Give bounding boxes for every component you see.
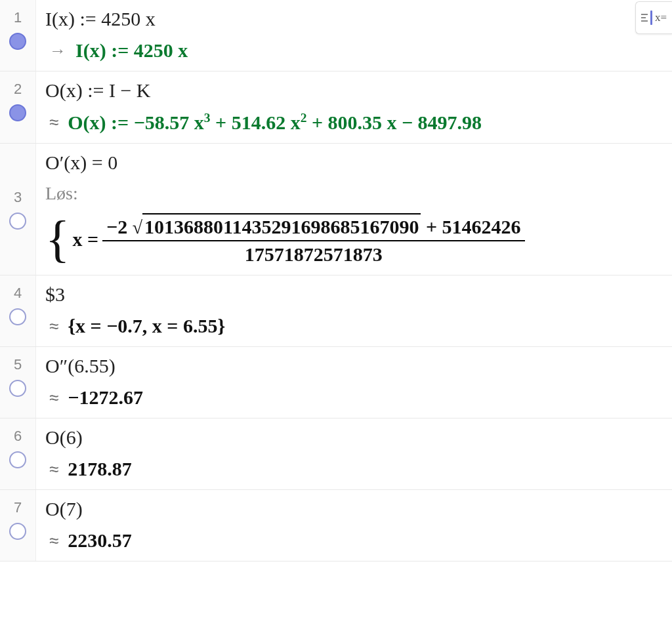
- fraction: −2 √10136880114352916986851670​90 + 5146…: [102, 213, 524, 266]
- output-line: ≈ O(x) := −58.57 x3 + 514.62 x2 + 800.35…: [45, 111, 662, 134]
- row-content[interactable]: O(6) ≈ 2178.87: [36, 419, 672, 489]
- approx-icon: ≈: [45, 531, 58, 551]
- visibility-marker[interactable]: [9, 523, 26, 540]
- input-expression[interactable]: O′(x) = 0: [45, 152, 662, 174]
- input-expression[interactable]: O(7): [45, 498, 662, 520]
- cas-row: 5 O″(6.55) ≈ −1272.67: [0, 347, 672, 419]
- cas-row: 3 O′(x) = 0 Løs: { x = −2 √1013688011435…: [0, 144, 672, 276]
- solution-lhs: x =: [72, 228, 98, 251]
- row-gutter[interactable]: 7: [0, 490, 36, 561]
- row-gutter[interactable]: 6: [0, 419, 36, 489]
- num-post: + 51462426: [421, 216, 520, 237]
- keyboard-toggle-button[interactable]: x=: [635, 1, 672, 34]
- line-number: 7: [14, 499, 22, 516]
- output-line: ≈ 2178.87: [45, 458, 662, 480]
- fraction-denominator: 17571872571873: [245, 241, 383, 266]
- sqrt: √10136880114352916986851670​90: [133, 213, 421, 238]
- row-content[interactable]: $3 ≈ {x = −0.7, x = 6.55}: [36, 276, 672, 346]
- output-line: ≈ {x = −0.7, x = 6.55}: [45, 315, 662, 337]
- output-expression: { x = −2 √10136880114352916986851670​90 …: [45, 213, 662, 266]
- visibility-marker[interactable]: [9, 380, 26, 397]
- output-expression: 2230.57: [68, 529, 132, 552]
- sqrt-body: 10136880114352916986851670​90: [142, 213, 421, 238]
- row-gutter[interactable]: 2: [0, 71, 36, 143]
- row-content[interactable]: O(x) := I − K ≈ O(x) := −58.57 x3 + 514.…: [36, 71, 672, 143]
- input-expression[interactable]: O″(6.55): [45, 355, 662, 377]
- visibility-marker[interactable]: [9, 308, 26, 325]
- line-number: 4: [14, 285, 22, 302]
- approx-icon: ≈: [45, 112, 58, 133]
- approx-icon: ≈: [45, 388, 58, 408]
- approx-icon: ≈: [45, 316, 58, 337]
- sqrt-icon: √: [133, 217, 142, 238]
- line-number: 6: [14, 428, 22, 445]
- list-icon: [641, 14, 648, 22]
- line-number: 5: [14, 356, 22, 373]
- keyboard-eq-label: x=: [655, 11, 667, 24]
- visibility-marker[interactable]: [9, 104, 26, 121]
- cas-row: 1 I(x) := 4250 x → I(x) := 4250 x: [0, 0, 672, 71]
- row-content[interactable]: O(7) ≈ 2230.57: [36, 490, 672, 561]
- line-number: 3: [14, 189, 22, 206]
- output-expression: {x = −0.7, x = 6.55}: [68, 315, 225, 337]
- input-expression[interactable]: O(x) := I − K: [45, 79, 662, 102]
- cas-row: 7 O(7) ≈ 2230.57: [0, 490, 672, 562]
- output-line: → I(x) := 4250 x: [45, 39, 662, 62]
- input-expression[interactable]: $3: [45, 283, 662, 306]
- visibility-marker[interactable]: [9, 213, 26, 230]
- visibility-marker[interactable]: [9, 451, 26, 468]
- cas-rows: 1 I(x) := 4250 x → I(x) := 4250 x 2 O(x)…: [0, 0, 672, 562]
- row-content[interactable]: I(x) := 4250 x → I(x) := 4250 x: [36, 0, 672, 71]
- line-number: 2: [14, 81, 22, 98]
- row-gutter[interactable]: 3: [0, 144, 36, 275]
- row-content[interactable]: O′(x) = 0 Løs: { x = −2 √101368801143529…: [36, 144, 672, 275]
- output-expression: I(x) := 4250 x: [75, 39, 188, 62]
- cas-row: 4 $3 ≈ {x = −0.7, x = 6.55}: [0, 276, 672, 347]
- cas-row: 2 O(x) := I − K ≈ O(x) := −58.57 x3 + 51…: [0, 71, 672, 144]
- output-expression: −1272.67: [68, 386, 143, 409]
- left-brace-icon: {: [45, 220, 70, 259]
- visibility-marker[interactable]: [9, 33, 26, 50]
- approx-icon: ≈: [45, 459, 58, 480]
- num-pre: −2: [106, 216, 133, 237]
- row-gutter[interactable]: 5: [0, 347, 36, 418]
- input-expression[interactable]: O(6): [45, 426, 662, 449]
- output-expression: O(x) := −58.57 x3 + 514.62 x2 + 800.35 x…: [68, 111, 482, 134]
- line-number: 1: [14, 9, 22, 26]
- cursor-icon: [650, 10, 652, 25]
- output-line: ≈ −1272.67: [45, 386, 662, 409]
- row-gutter[interactable]: 1: [0, 0, 36, 71]
- cas-row: 6 O(6) ≈ 2178.87: [0, 419, 672, 490]
- row-gutter[interactable]: 4: [0, 276, 36, 346]
- output-expression: 2178.87: [68, 458, 132, 480]
- fraction-numerator: −2 √10136880114352916986851670​90 + 5146…: [102, 213, 524, 241]
- arrow-icon: →: [45, 41, 66, 61]
- output-line: ≈ 2230.57: [45, 529, 662, 552]
- solve-label: Løs:: [45, 183, 662, 204]
- input-expression[interactable]: I(x) := 4250 x: [45, 8, 662, 30]
- row-content[interactable]: O″(6.55) ≈ −1272.67: [36, 347, 672, 418]
